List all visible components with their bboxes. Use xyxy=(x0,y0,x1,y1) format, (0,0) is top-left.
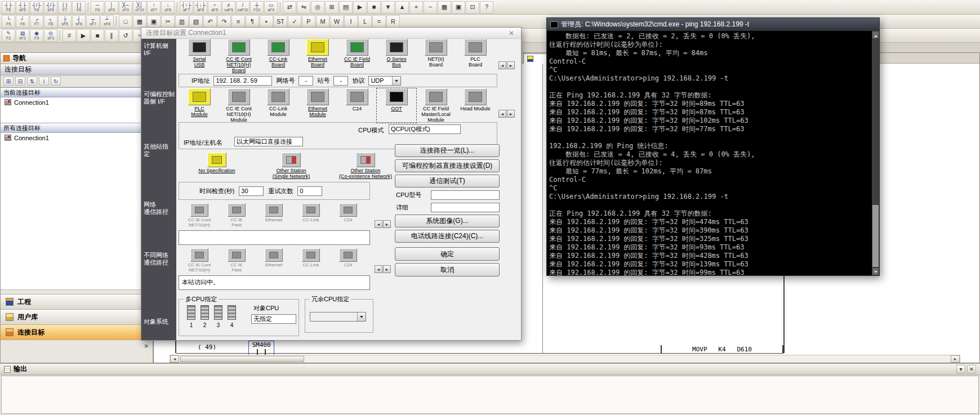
verify-icon[interactable]: = xyxy=(372,15,386,28)
pc-interface-option[interactable]: Ethernet Board xyxy=(298,39,337,73)
label-icon[interactable]: L xyxy=(358,15,372,28)
ladder-line-button[interactable]: ┐ F8 xyxy=(44,15,57,28)
different-route-option[interactable]: CC-Link xyxy=(292,248,329,273)
statement-display-icon[interactable]: ¶ xyxy=(246,15,259,28)
cut-icon[interactable]: ✂ xyxy=(161,15,175,28)
scrollbar-thumb[interactable] xyxy=(180,356,304,362)
network-route-option[interactable]: CC IE Field xyxy=(218,203,255,227)
other-station-option[interactable]: Other Station (Single Network) xyxy=(256,153,326,179)
close-button[interactable]: ✕ xyxy=(967,365,976,373)
ladder-line-button[interactable]: ┘ F6 xyxy=(16,15,29,28)
run-icon[interactable]: ▶ xyxy=(77,29,90,42)
comment-display-icon[interactable]: ≡ xyxy=(231,15,245,28)
all-windows-icon[interactable]: ⊡ xyxy=(466,1,479,14)
open-project-icon[interactable]: ▦ xyxy=(133,15,146,28)
ladder-symbol-button[interactable]: ┤↑├ aF7 xyxy=(180,1,193,14)
plc-interface-option[interactable]: CC-Link Module xyxy=(259,88,298,123)
ladder-symbol-button[interactable]: ─ F9 xyxy=(91,1,104,14)
sort-icon[interactable]: ⇅ xyxy=(27,77,37,86)
new-project-icon[interactable]: □ xyxy=(119,15,132,28)
undo-icon[interactable]: ↶ xyxy=(203,15,217,28)
zoom-out-icon[interactable]: − xyxy=(424,1,437,14)
instruction-block[interactable]: MOVP K4 D610 xyxy=(661,345,783,354)
ladder-symbol-button[interactable]: ┤/├ sF6 xyxy=(44,1,57,14)
panel-selector[interactable]: 连接目标 ▾ xyxy=(1,64,153,75)
host-name-field[interactable]: 以太网端口直接连接 xyxy=(234,137,303,146)
ladder-line-button[interactable]: ┬ sF7 xyxy=(86,15,100,28)
station-no-field[interactable]: - xyxy=(333,76,348,86)
help-icon[interactable]: ? xyxy=(480,1,493,14)
device-memory-icon[interactable]: M xyxy=(316,15,329,28)
system-image-button[interactable]: 系统图像(G)... xyxy=(395,215,500,227)
plc-interface-option[interactable]: CC IE Field Master/Local Module xyxy=(416,88,456,123)
network-no-field[interactable]: - xyxy=(299,76,313,86)
scroll-right-button[interactable]: ► xyxy=(507,61,515,69)
scroll-left-button[interactable]: ◄ xyxy=(498,61,506,69)
connection-channel-list-button[interactable]: 连接路径一览(L)... xyxy=(395,144,500,157)
paste-icon[interactable]: ▧ xyxy=(189,15,203,28)
scroll-right-button[interactable]: ► xyxy=(951,355,960,363)
protocol-select[interactable]: UDP xyxy=(368,76,401,86)
plc-interface-option[interactable]: Head Module xyxy=(456,88,495,123)
cancel-button[interactable]: 取消 xyxy=(395,263,500,276)
connection-item[interactable]: Connection1 xyxy=(1,133,153,142)
ok-button[interactable]: 确定 xyxy=(395,247,500,261)
pc-interface-option[interactable]: NET(II) Board xyxy=(416,39,456,73)
group-header-all-connections[interactable]: 所有连接目标 xyxy=(1,123,153,133)
note-display-icon[interactable]: ▪ xyxy=(260,15,273,28)
other-station-option[interactable]: No Specification xyxy=(182,153,252,179)
communication-test-button[interactable]: 通信测试(T) xyxy=(395,175,500,188)
different-route-option[interactable]: Ethernet xyxy=(255,248,292,273)
ladder-symbol-button[interactable]: ▭ aF9 xyxy=(264,1,278,14)
check-time-field[interactable]: 30 xyxy=(239,186,264,196)
parameter-setting-icon[interactable]: P xyxy=(302,15,315,28)
scrollbar-thumb[interactable] xyxy=(872,205,879,267)
ladder-line-button[interactable]: ├ sF5 xyxy=(58,15,72,28)
stop-monitor-icon[interactable]: ■ xyxy=(367,1,381,14)
phone-line-connection-button[interactable]: 电话线路连接(C24)(C)... xyxy=(395,230,500,243)
pc-interface-option[interactable]: CC IE Cont NET/10(H) Board xyxy=(219,39,259,73)
ladder-symbol-button[interactable]: ┤├ sF5 xyxy=(16,1,29,14)
zoom-in-icon[interactable]: + xyxy=(409,1,423,14)
scroll-right-button[interactable]: ► xyxy=(383,265,391,273)
pc-interface-option[interactable]: Serial USB xyxy=(180,39,219,73)
pc-interface-option[interactable]: PLC Board xyxy=(456,39,495,73)
ladder-symbol-button[interactable]: ┼ F10 xyxy=(250,1,264,14)
online-change-icon[interactable]: ⇋ xyxy=(297,1,310,14)
window-cascade-icon[interactable]: ▣ xyxy=(452,1,465,14)
start-monitor-icon[interactable]: ▶ xyxy=(353,1,367,14)
write-to-plc-icon[interactable]: ▼ xyxy=(381,1,395,14)
close-icon[interactable]: ✕ xyxy=(506,29,516,37)
scroll-left-button[interactable]: ◄ xyxy=(498,110,506,118)
ladder-symbol-button[interactable]: / caF10 xyxy=(236,1,250,14)
ladder-symbol-button[interactable]: ╳│ cF10 xyxy=(133,1,146,14)
ip-address-field[interactable]: 192. 168. 2. 59 xyxy=(213,76,272,86)
overflow-chevron[interactable]: » xyxy=(144,342,148,350)
collapse-all-icon[interactable]: ⊟ xyxy=(15,77,25,86)
find-icon[interactable]: ◎ xyxy=(311,1,324,14)
plc-interface-option[interactable]: PLC Module xyxy=(180,88,219,123)
inline-st-icon[interactable]: ST xyxy=(274,15,287,28)
ladder-line-button[interactable]: └ F5 xyxy=(2,15,15,28)
ladder-line-button[interactable]: ┤ sF6 xyxy=(72,15,86,28)
cpu-slot[interactable]: 3 xyxy=(214,305,222,328)
cross-reference-icon[interactable]: ⊞ xyxy=(325,1,338,14)
sidebar-tab[interactable]: 用户库 xyxy=(1,309,153,324)
ladder-line-button[interactable]: ┌ F7 xyxy=(30,15,43,28)
network-route-option[interactable]: CC-Link xyxy=(292,203,329,227)
ladder-symbol-button[interactable]: ↑ sF7 xyxy=(147,1,161,14)
scroll-right-button[interactable]: ► xyxy=(507,110,515,118)
plc-interface-option[interactable]: CC IE Cont NET/10(H) Module xyxy=(219,88,259,123)
plc-interface-option[interactable]: GOT xyxy=(377,88,416,123)
ladder-symbol-button[interactable]: ┤↓├ aF8 xyxy=(194,1,207,14)
device-list-icon[interactable]: ▤ xyxy=(339,1,353,14)
scroll-down-button[interactable] xyxy=(872,268,879,275)
save-project-icon[interactable]: ▣ xyxy=(147,15,161,28)
program-check-icon[interactable]: ✓ xyxy=(288,15,301,28)
device-test-icon[interactable]: # xyxy=(63,29,76,42)
auto-hide-button[interactable]: ▾ xyxy=(956,365,965,373)
cpu-slot[interactable]: 2 xyxy=(201,305,209,328)
scroll-right-button[interactable]: ► xyxy=(383,220,391,228)
output-panel-header[interactable]: 输出 ▾ ✕ xyxy=(0,364,980,375)
sidebar-tab[interactable]: 连接目标 xyxy=(1,324,153,340)
